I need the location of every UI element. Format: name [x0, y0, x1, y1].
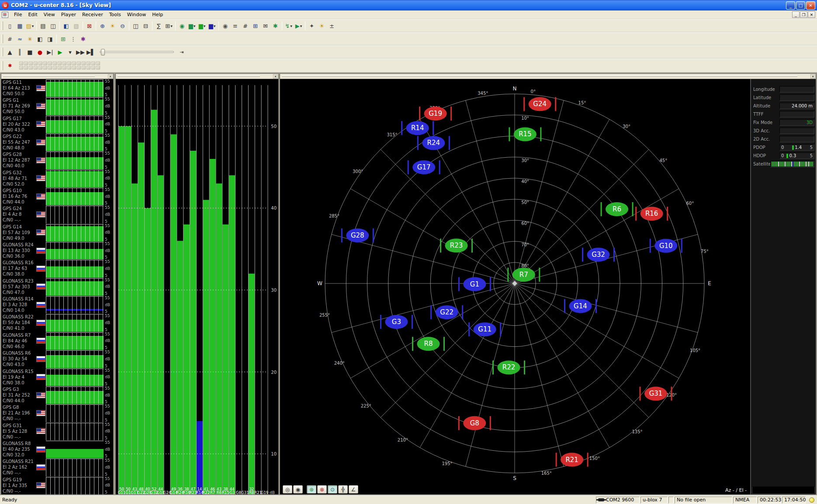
sat-marker-icon[interactable]: ⊙ [328, 485, 337, 494]
docked-toolbar-slot[interactable] [38, 62, 42, 65]
baudrate-dropdown-icon[interactable]: ▶▼ [294, 21, 304, 31]
docked-toolbar-slot[interactable] [82, 66, 86, 69]
new-file-icon[interactable]: ▯ [5, 21, 15, 31]
docked-toolbar-slot[interactable] [77, 62, 81, 65]
docked-toolbar-slot[interactable] [24, 66, 28, 69]
menu-item-edit[interactable]: Edit [25, 11, 40, 18]
stop-button[interactable]: ■ [25, 47, 35, 57]
pause-button[interactable]: ║ [15, 47, 25, 57]
docked-toolbar-slot[interactable] [19, 62, 23, 65]
paste-icon[interactable]: ▧ [71, 21, 81, 31]
close-icon[interactable]: ✕ [273, 74, 278, 79]
skip-end-button[interactable]: ▶▌ [86, 47, 96, 57]
message-grid-icon[interactable]: ⊞ [58, 34, 68, 44]
docked-toolbar-slot[interactable] [24, 62, 28, 65]
wnes-compass-icon[interactable]: ╬ [338, 485, 348, 494]
favorite-messages-button[interactable]: ✱ [5, 61, 15, 70]
binary-console-icon[interactable]: # [240, 21, 250, 31]
sky-colors-icon[interactable]: ☀ [317, 21, 327, 31]
menu-item-view[interactable]: View [41, 11, 58, 18]
text-console-icon[interactable]: ≡ [230, 21, 240, 31]
toolbar-grip[interactable] [2, 48, 3, 56]
docked-toolbar-slot[interactable] [62, 62, 66, 65]
column-list-icon[interactable]: ⋮ [68, 34, 78, 44]
print-icon[interactable]: ▤ [38, 21, 48, 31]
save-icon[interactable]: ▦ [15, 21, 25, 31]
balance-icon[interactable]: ± [327, 21, 337, 31]
mdi-restore-button[interactable]: ❐ [800, 11, 807, 18]
docked-toolbar-slot[interactable] [67, 62, 71, 65]
polar-donut-icon[interactable]: ◉ [293, 485, 303, 494]
docked-toolbar-slot[interactable] [19, 66, 23, 69]
play-dropdown[interactable]: ▾ [65, 47, 75, 57]
toolbar-grip[interactable] [2, 61, 3, 70]
docked-toolbar-slot[interactable] [96, 66, 100, 69]
table-dropdown-icon[interactable]: ⊞▼ [164, 21, 174, 31]
docked-toolbar-slot[interactable] [53, 62, 57, 65]
docked-toolbar-slot[interactable] [48, 62, 52, 65]
map-globe-icon[interactable]: ⊕ [307, 485, 316, 494]
chart-green-dropdown-icon[interactable]: ▆▼ [197, 21, 207, 31]
eject-button[interactable]: ▲ [5, 47, 15, 57]
dock-right-icon[interactable]: ◨ [45, 34, 55, 44]
close-icon[interactable]: ✕ [810, 74, 815, 79]
toolbar-grip[interactable] [2, 35, 3, 43]
tile-vertical-icon[interactable]: ⊟ [141, 21, 151, 31]
elevation-axis-icon[interactable]: ∠ [349, 485, 358, 494]
docked-toolbar-slot[interactable] [72, 62, 76, 65]
docked-toolbar-slot[interactable] [87, 66, 90, 69]
polar-rings-icon[interactable]: ◎ [283, 485, 292, 494]
minimize-button[interactable]: _ [786, 1, 795, 10]
docked-toolbar-slot[interactable] [67, 66, 71, 69]
gear-grid-icon[interactable]: ✱ [78, 34, 88, 44]
playback-slider[interactable] [100, 51, 174, 53]
docked-toolbar-slot[interactable] [91, 66, 95, 69]
docked-toolbar-slot[interactable] [29, 62, 33, 65]
mdi-minimize-button[interactable]: _ [792, 11, 800, 18]
messages-view-icon[interactable]: ✉ [260, 21, 270, 31]
menu-item-window[interactable]: Window [124, 11, 149, 18]
maximize-button[interactable]: □ [796, 1, 805, 10]
docked-toolbar-slot[interactable] [34, 66, 38, 69]
connect-dropdown-icon[interactable]: ↯▼ [284, 21, 294, 31]
tools-icon[interactable]: ✦ [307, 21, 317, 31]
docked-toolbar-slot[interactable] [82, 62, 86, 65]
record-button[interactable]: ● [35, 47, 45, 57]
map-view-icon[interactable]: ◉ [177, 21, 187, 31]
chart-blue-dropdown-icon[interactable]: ▆▼ [207, 21, 217, 31]
print-preview-icon[interactable]: ◫ [48, 21, 58, 31]
docked-toolbar-slot[interactable] [53, 66, 57, 69]
menu-item-receiver[interactable]: Receiver [79, 11, 106, 18]
close-button[interactable]: ✕ [806, 1, 815, 10]
chart-dropdown-icon[interactable]: ▆▼ [187, 21, 197, 31]
docked-toolbar-slot[interactable] [58, 62, 62, 65]
docked-toolbar-slot[interactable] [34, 62, 38, 65]
docked-toolbar-slot[interactable] [77, 66, 81, 69]
day-night-icon[interactable]: ☀ [107, 21, 118, 31]
docked-toolbar-slot[interactable] [43, 62, 47, 65]
docked-toolbar-slot[interactable] [38, 66, 42, 69]
mdi-close-button[interactable]: ✕ [808, 11, 815, 18]
table-view-icon[interactable]: ⊞ [250, 21, 260, 31]
packet-stats-icon[interactable]: ✳ [25, 34, 35, 44]
docked-toolbar-slot[interactable] [72, 66, 76, 69]
zoom-in-icon[interactable]: ⊕ [97, 21, 107, 31]
docked-toolbar-slot[interactable] [91, 62, 95, 65]
menu-item-help[interactable]: Help [149, 11, 166, 18]
clear-messages-icon[interactable]: ⊠ [84, 21, 94, 31]
statistics-icon[interactable]: ∑ [154, 21, 164, 31]
close-icon[interactable]: ✕ [108, 74, 113, 79]
zoom-out-icon[interactable]: ⊖ [118, 21, 128, 31]
configure-view-icon[interactable]: ✱ [270, 21, 280, 31]
docked-toolbar-slot[interactable] [48, 66, 52, 69]
playback-slider-thumb[interactable] [101, 49, 105, 55]
docked-toolbar-slot[interactable] [29, 66, 33, 69]
tile-horizontal-icon[interactable]: ◫ [131, 21, 141, 31]
waveform-icon[interactable]: ≈ [15, 34, 25, 44]
menu-item-file[interactable]: File [11, 11, 25, 18]
menu-item-player[interactable]: Player [58, 11, 79, 18]
toolbar-grip[interactable] [2, 21, 3, 30]
play-button[interactable]: ▶ [55, 47, 65, 57]
copy-icon[interactable]: ◧ [61, 21, 71, 31]
step-button[interactable]: ▶| [45, 47, 55, 57]
